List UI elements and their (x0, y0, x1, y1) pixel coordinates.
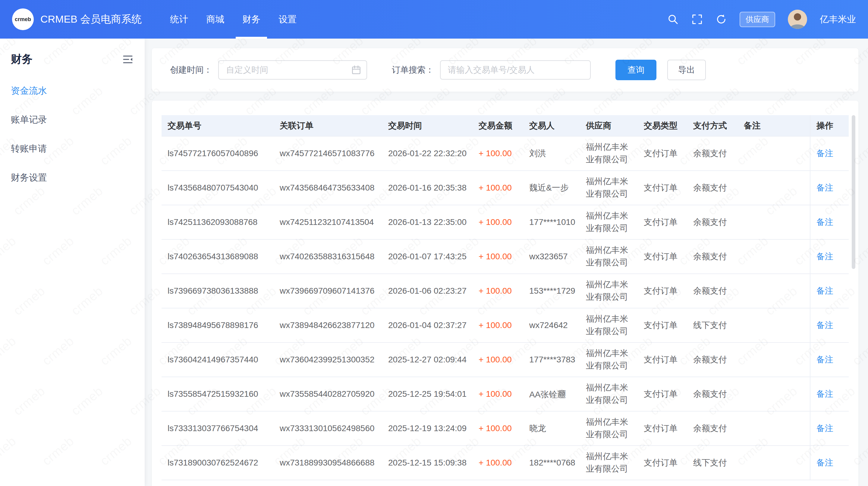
cell-trade-type: 支付订单 (638, 136, 687, 171)
user-avatar[interactable] (788, 10, 807, 29)
sidebar-header: 财务 (0, 39, 145, 76)
cell-remark (738, 308, 810, 342)
cell-order-no: ls731890030762524672 (161, 446, 274, 480)
table-row: ls733313037766754304 wx73331301056249856… (161, 411, 849, 446)
remark-link[interactable]: 备注 (816, 217, 833, 227)
table-header: 交易单号 关联订单 交易时间 交易金额 交易人 供应商 交易类型 支付方式 备注… (161, 115, 849, 136)
supplier-badge[interactable]: 供应商 (740, 12, 775, 27)
username[interactable]: 亿丰米业 (820, 13, 856, 26)
cell-amount: + 100.00 (472, 377, 523, 411)
cell-actions: 备注 (810, 308, 849, 342)
remark-link[interactable]: 备注 (816, 183, 833, 192)
sidebar-item-bill-records[interactable]: 账单记录 (0, 105, 145, 134)
col-supplier: 供应商 (580, 115, 638, 136)
cell-related-order: wx738948426623877120 (274, 308, 382, 342)
cell-related-order: wx735585440282705920 (274, 377, 382, 411)
cell-actions: 备注 (810, 377, 849, 411)
page-body: 财务 资金流水 账单记录 转账申请 财务设置 创建时间： 订单搜索： 查询 (0, 39, 868, 486)
nav-tab-finance[interactable]: 财务 (233, 0, 270, 39)
app-logo-icon: crmeb (12, 8, 34, 30)
remark-link[interactable]: 备注 (816, 458, 833, 467)
cell-supplier: 福州亿丰米业有限公司 (580, 308, 638, 342)
order-search-label: 订单搜索： (392, 64, 434, 76)
sidebar-item-finance-settings[interactable]: 财务设置 (0, 163, 145, 192)
table-scrollbar[interactable] (852, 115, 855, 269)
sidebar-item-transfer-request[interactable]: 转账申请 (0, 134, 145, 163)
sidebar-item-capital-flow[interactable]: 资金流水 (0, 76, 145, 105)
order-search-input[interactable] (440, 60, 591, 80)
cell-pay-method: 余额支付 (687, 239, 738, 274)
cell-amount: + 100.00 (472, 308, 523, 342)
col-order-no: 交易单号 (161, 115, 274, 136)
cell-trade-time: 2025-12-15 15:09:38 (382, 446, 472, 480)
table-row: ls738948495678898176 wx73894842662387712… (161, 308, 849, 342)
cell-actions: 备注 (810, 342, 849, 377)
cell-trader: 182****0768 (523, 446, 580, 480)
header-actions: 供应商 亿丰米业 (667, 10, 856, 29)
cell-amount: + 100.00 (472, 274, 523, 308)
cell-amount: + 100.00 (472, 171, 523, 205)
cell-order-no: ls740263654313689088 (161, 239, 274, 274)
cell-trade-type: 支付订单 (638, 377, 687, 411)
table-row: ls745772176057040896 wx74577214657108377… (161, 136, 849, 171)
cell-amount: + 100.00 (472, 411, 523, 446)
cell-related-order: wx733313010562498560 (274, 411, 382, 446)
cell-pay-method: 线下支付 (687, 308, 738, 342)
nav-tab-statistics[interactable]: 统计 (161, 0, 197, 39)
cell-amount: + 100.00 (472, 446, 523, 480)
main-content: 创建时间： 订单搜索： 查询 导出 (145, 39, 868, 486)
sidebar-title: 财务 (11, 52, 33, 67)
cell-trade-time: 2026-01-13 22:35:00 (382, 205, 472, 239)
table-body: ls745772176057040896 wx74577214657108377… (161, 136, 849, 480)
table-row: ls739669738036133888 wx73966970960714137… (161, 274, 849, 308)
cell-order-no: ls743568480707543040 (161, 171, 274, 205)
cell-supplier: 福州亿丰米业有限公司 (580, 171, 638, 205)
query-button[interactable]: 查询 (615, 60, 656, 80)
cell-order-no: ls738948495678898176 (161, 308, 274, 342)
remark-link[interactable]: 备注 (816, 252, 833, 261)
cell-trade-time: 2026-01-22 22:32:20 (382, 136, 472, 171)
cell-trade-type: 支付订单 (638, 411, 687, 446)
refresh-icon[interactable] (715, 13, 727, 25)
fullscreen-icon[interactable] (691, 13, 703, 25)
cell-remark (738, 205, 810, 239)
nav-tab-mall[interactable]: 商城 (197, 0, 233, 39)
date-input[interactable] (218, 60, 367, 80)
table-row: ls740263654313689088 wx74026358831631564… (161, 239, 849, 274)
cell-remark (738, 446, 810, 480)
top-header: crmeb CRMEB 会员电商系统 统计 商城 财务 设置 供应商 亿丰米业 (0, 0, 868, 39)
col-trader: 交易人 (523, 115, 580, 136)
cell-actions: 备注 (810, 136, 849, 171)
cell-trade-type: 支付订单 (638, 274, 687, 308)
table-row: ls736042414967357440 wx73604239925130035… (161, 342, 849, 377)
col-pay-method: 支付方式 (687, 115, 738, 136)
cell-related-order: wx731889930954866688 (274, 446, 382, 480)
cell-trade-time: 2026-01-04 02:37:27 (382, 308, 472, 342)
cell-related-order: wx736042399251300352 (274, 342, 382, 377)
remark-link[interactable]: 备注 (816, 321, 833, 330)
remark-link[interactable]: 备注 (816, 389, 833, 399)
col-remark: 备注 (738, 115, 810, 136)
cell-actions: 备注 (810, 171, 849, 205)
nav-tab-settings[interactable]: 设置 (270, 0, 306, 39)
col-related-order: 关联订单 (274, 115, 382, 136)
sidebar: 财务 资金流水 账单记录 转账申请 财务设置 (0, 39, 145, 486)
remark-link[interactable]: 备注 (816, 149, 833, 158)
remark-link[interactable]: 备注 (816, 355, 833, 364)
cell-trade-time: 2026-01-07 17:43:25 (382, 239, 472, 274)
cell-pay-method: 余额支付 (687, 342, 738, 377)
search-icon[interactable] (667, 13, 679, 25)
export-button[interactable]: 导出 (667, 60, 706, 80)
cell-trader: wx724642 (523, 308, 580, 342)
cell-related-order: wx740263588316315648 (274, 239, 382, 274)
filter-bar: 创建时间： 订单搜索： 查询 导出 (152, 48, 858, 92)
cell-amount: + 100.00 (472, 239, 523, 274)
remark-link[interactable]: 备注 (816, 424, 833, 433)
collapse-menu-icon[interactable] (122, 53, 134, 65)
cell-pay-method: 余额支付 (687, 411, 738, 446)
cell-trade-type: 支付订单 (638, 342, 687, 377)
cell-related-order: wx742511232107413504 (274, 205, 382, 239)
cell-trade-type: 支付订单 (638, 308, 687, 342)
create-time-label: 创建时间： (170, 64, 212, 76)
remark-link[interactable]: 备注 (816, 286, 833, 296)
